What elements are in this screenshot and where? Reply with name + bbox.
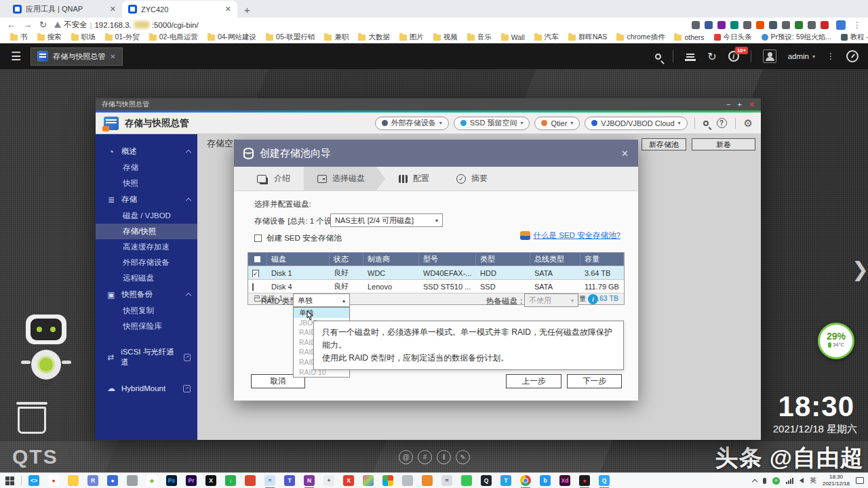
bookmark-item[interactable]: 05-联盟行销 (261, 33, 319, 42)
network-icon[interactable] (786, 478, 793, 484)
office-grid-icon[interactable] (382, 475, 393, 486)
bookmark-item[interactable]: 群晖NAS (564, 33, 612, 42)
chart-app-icon[interactable] (422, 475, 433, 486)
sync-icon[interactable]: ↻ (707, 50, 716, 63)
raid-type-select[interactable]: 单独▴ (293, 293, 350, 307)
sidebar-item-高速缓存加速[interactable]: 高速缓存加速 (96, 239, 197, 255)
quark-icon[interactable]: Q (599, 475, 610, 486)
gray-app-icon[interactable] (127, 475, 138, 486)
header-pill-button[interactable]: Qtier▾ (534, 117, 580, 130)
photos-icon[interactable] (363, 475, 374, 486)
sed-help-link[interactable]: 什么是 SED 安全存储池? (534, 230, 620, 241)
extension-icon[interactable] (705, 21, 713, 29)
tools-icon[interactable]: # (418, 450, 432, 464)
photoshop-icon[interactable]: Ps (166, 475, 177, 486)
sidebar-item-存储/快照[interactable]: 存储/快照 (96, 224, 197, 239)
bookmark-item[interactable]: 01-外贸 (100, 33, 144, 42)
sidebar-item-快照复制[interactable]: 快照复制 (96, 303, 197, 319)
browser-menu-icon[interactable]: ⋮ (853, 20, 861, 30)
bookmark-item[interactable]: 搜索 (33, 33, 66, 42)
wizard-step-介绍[interactable]: 介绍 (243, 167, 304, 190)
bookmark-item[interactable]: 音乐 (462, 33, 496, 42)
sidebar-item-存储[interactable]: 存储 (96, 160, 197, 176)
row-checkbox-cell[interactable] (248, 283, 267, 291)
global-search-icon[interactable] (703, 121, 709, 126)
calculator-icon[interactable]: = (441, 475, 452, 486)
row-checkbox-cell[interactable]: ✓ (248, 269, 267, 277)
blue-app-icon[interactable]: b (540, 475, 551, 486)
column-header[interactable]: 类型 (476, 253, 530, 266)
info-icon[interactable]: i (588, 294, 598, 304)
volume-icon[interactable] (800, 478, 804, 483)
bookmark-item[interactable]: 02-电商运营 (144, 33, 203, 42)
user-avatar-icon[interactable] (763, 49, 776, 63)
teams-icon[interactable]: T (284, 475, 295, 486)
minimize-icon[interactable]: − (726, 100, 730, 109)
lock-icon[interactable]: ● (107, 475, 118, 486)
qts-app-tab[interactable]: 存储与快照总管 ✕ (31, 47, 122, 66)
forward-icon[interactable]: → (23, 20, 32, 30)
background-tasks-icon[interactable] (685, 52, 696, 61)
raid-option-单独[interactable]: 单独 (294, 308, 349, 318)
sidebar-item-快照保险库[interactable]: 快照保险库 (96, 319, 197, 334)
wizard-step-选择磁盘[interactable]: 选择磁盘 (304, 167, 385, 190)
sidebar-item-磁盘 / VJBOD[interactable]: 磁盘 / VJBOD (96, 208, 197, 224)
sidebar-section-存储[interactable]: ≣存储 (96, 191, 197, 208)
rec-app-icon[interactable]: ● (579, 475, 590, 486)
new-storage-pool-button[interactable]: 新存储池 (642, 138, 686, 150)
sidebar-section-快照备份[interactable]: ▣快照备份 (96, 286, 197, 303)
browser-tab[interactable]: 应用工具 | QNAP✕ (7, 1, 122, 18)
microphone-icon[interactable] (763, 478, 766, 484)
header-pill-button[interactable]: SSD 预留空间▾ (454, 117, 530, 130)
sidebar-section-概述[interactable]: ◔概述 (96, 143, 197, 160)
sidebar-item-远程磁盘[interactable]: 远程磁盘 (96, 270, 197, 286)
storage-device-select[interactable]: NAS主机 [2/4 可用磁盘]▾ (330, 214, 443, 227)
chrome-icon[interactable] (520, 475, 531, 486)
diamond-app-icon[interactable]: ◆ (146, 475, 157, 486)
action-center-icon[interactable] (856, 477, 864, 484)
qq-icon[interactable]: Q (481, 475, 492, 486)
bookmark-item[interactable]: 教程 - 站长帮 (836, 33, 868, 42)
wizard-step-配置[interactable]: 配置 (385, 167, 443, 190)
bookmark-item[interactable]: 书 (5, 33, 33, 42)
table-row[interactable]: Disk 4良好LenovoSSD ST510 ...SSDSATA111.79… (248, 279, 624, 293)
gray-card-icon[interactable] (402, 475, 413, 486)
header-checkbox-cell[interactable] (248, 253, 267, 266)
sidebar-link-iSCSI 与光纤通道[interactable]: ⇄iSCSI 与光纤通道↗ (96, 344, 197, 371)
resize-icon[interactable]: + (323, 475, 334, 486)
new-tab-button[interactable]: + (244, 4, 250, 18)
previous-step-button[interactable]: 上一步 (506, 374, 561, 388)
extension-icon[interactable] (821, 21, 829, 29)
next-desktop-chevron[interactable]: ❯ (852, 258, 868, 281)
share-icon[interactable]: @ (399, 450, 413, 464)
sidebar-link-HybridMount[interactable]: ☁HybridMount↗ (96, 380, 197, 396)
bookmark-item[interactable]: Pr预设: 59组火焰... (757, 33, 836, 42)
column-header[interactable]: 制造商 (363, 253, 419, 266)
onenote-icon[interactable]: N (304, 475, 315, 486)
tray-clock[interactable]: 18:30 2021/12/18 (823, 474, 850, 487)
xd-icon[interactable]: Xd (559, 475, 570, 486)
column-header[interactable]: 状态 (330, 253, 363, 266)
premiere-icon[interactable]: Pr (186, 475, 197, 486)
edit-icon[interactable]: ✎ (456, 450, 470, 464)
start-button-icon[interactable] (5, 476, 14, 485)
window-titlebar[interactable]: 存储与快照总管 − + ✕ (96, 98, 761, 110)
extension-icon[interactable] (717, 21, 726, 29)
bookmark-item[interactable]: 图片 (395, 33, 429, 42)
tab-close-icon[interactable]: ✕ (110, 5, 116, 14)
extension-icon[interactable] (769, 21, 777, 29)
bookmark-item[interactable]: others (669, 33, 709, 41)
extension-icon[interactable] (730, 21, 738, 29)
back-icon[interactable]: ← (7, 20, 16, 30)
wechat-icon[interactable] (461, 475, 472, 486)
row-checkbox[interactable] (252, 283, 254, 291)
recycle-bin-icon[interactable] (18, 404, 46, 434)
red-x-icon[interactable]: X (343, 475, 354, 486)
sidebar-item-快照[interactable]: 快照 (96, 176, 197, 191)
admin-menu[interactable]: admin ▾ (788, 52, 815, 60)
main-menu-icon[interactable]: ☰ (0, 49, 31, 64)
recorder-icon[interactable]: ● (48, 475, 59, 486)
address-bar[interactable]: 不安全 | 192.168.3. :5000/cgi-bin/ (54, 20, 199, 30)
sidebar-item-外部存储设备[interactable]: 外部存储设备 (96, 255, 197, 270)
bookmark-item[interactable]: 04-网站建设 (203, 33, 261, 42)
